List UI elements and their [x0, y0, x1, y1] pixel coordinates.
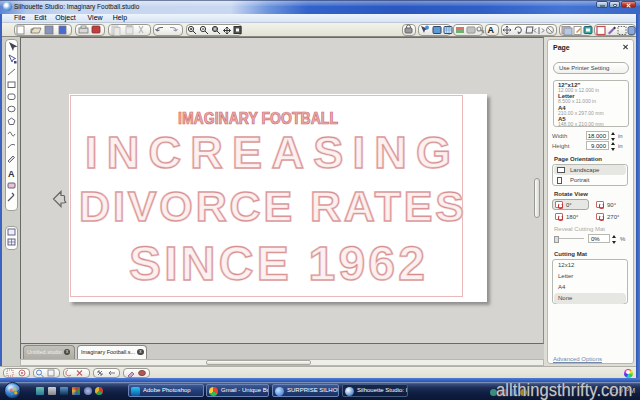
svg-text:INCREASING: INCREASING — [85, 127, 451, 178]
svg-text:DIVORCE RATES: DIVORCE RATES — [79, 182, 464, 230]
svg-text:A: A — [488, 25, 495, 35]
svg-text:SINCE 1962: SINCE 1962 — [129, 237, 425, 290]
svg-text:IMAGINARY FOOTBALL: IMAGINARY FOOTBALL — [178, 110, 338, 127]
svg-text:A: A — [8, 169, 15, 179]
